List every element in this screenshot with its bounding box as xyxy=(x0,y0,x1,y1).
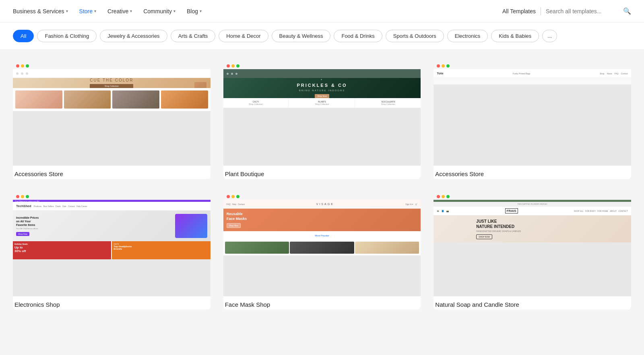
template-card-face-mask-shop[interactable]: FAQHelpContact VISAGE Sign In ▾🛒 Reusabl… xyxy=(223,192,421,310)
filter-btn-fashion---clothing[interactable]: Fashion & Clothing xyxy=(37,30,97,42)
template-card-accessories-store-1[interactable]: CUE THE COLOR Shop Collection Accessorie… xyxy=(13,61,211,179)
template-label: Accessories Store xyxy=(13,166,211,179)
filter-btn-beauty---wellness[interactable]: Beauty & Wellness xyxy=(272,30,331,42)
chevron-down-icon: ▾ xyxy=(173,9,175,13)
search-icon[interactable]: 🔍 xyxy=(623,7,631,15)
nav-item-blog[interactable]: Blog ▾ xyxy=(187,8,202,14)
nav-left: Business & Services ▾ Store ▾ Creative ▾… xyxy=(13,8,502,14)
nav-label-store: Store xyxy=(79,8,93,14)
nav-item-community[interactable]: Community ▾ xyxy=(143,8,175,14)
filter-btn-arts---crafts[interactable]: Arts & Crafts xyxy=(171,30,216,42)
all-templates-label: All Templates xyxy=(502,8,536,14)
filter-btn-food---drinks[interactable]: Food & Drinks xyxy=(334,30,382,42)
template-label: Plant Boutique xyxy=(223,166,421,179)
filter-more-button[interactable]: ... xyxy=(542,30,557,42)
template-card-accessories-store-2[interactable]: Tote Funky Printed Bags ShopAboutFAQCont… xyxy=(433,61,631,179)
template-label: Electronics Shop xyxy=(13,296,211,310)
filter-bar: AllFashion & ClothingJewelry & Accessori… xyxy=(0,23,644,50)
filter-btn-jewelry---accessories[interactable]: Jewelry & Accessories xyxy=(100,30,167,42)
filter-btn-kids---babies[interactable]: Kids & Babies xyxy=(491,30,539,42)
chevron-down-icon: ▾ xyxy=(94,9,96,13)
nav-label-business: Business & Services xyxy=(13,8,64,14)
filter-btn-sports---outdoors[interactable]: Sports & Outdoors xyxy=(386,30,444,42)
navbar: Business & Services ▾ Store ▾ Creative ▾… xyxy=(0,0,644,23)
template-card-electronics-shop[interactable]: Free Shipping for orders over $50 TechSh… xyxy=(13,192,211,310)
template-card-natural-soap[interactable]: FREE SHIPPING ON ORDER OVER $50 ☎📘📸 FRAI… xyxy=(433,192,631,310)
filter-btn-electronics[interactable]: Electronics xyxy=(447,30,488,42)
nav-item-creative[interactable]: Creative ▾ xyxy=(107,8,132,14)
templates-grid: CUE THE COLOR Shop Collection Accessorie… xyxy=(13,61,631,310)
filter-btn-all[interactable]: All xyxy=(13,30,34,42)
nav-label-blog: Blog xyxy=(187,8,198,14)
filter-btn-home---decor[interactable]: Home & Decor xyxy=(219,30,268,42)
nav-separator xyxy=(541,7,541,15)
nav-right: All Templates 🔍 xyxy=(502,7,631,15)
chevron-down-icon: ▾ xyxy=(200,9,202,13)
nav-label-creative: Creative xyxy=(107,8,128,14)
template-label: Natural Soap and Candle Store xyxy=(433,296,631,310)
nav-item-store[interactable]: Store ▾ xyxy=(79,8,96,14)
chevron-down-icon: ▾ xyxy=(66,9,68,13)
template-label: Face Mask Shop xyxy=(223,296,421,310)
search-input[interactable] xyxy=(546,8,618,14)
nav-label-community: Community xyxy=(143,8,172,14)
template-label: Accessories Store xyxy=(433,166,631,179)
nav-item-business[interactable]: Business & Services ▾ xyxy=(13,8,68,14)
template-card-plant-boutique[interactable]: ✦ PRICKLES & CO BRING NATURE INDOORS Sho… xyxy=(223,61,421,179)
chevron-down-icon: ▾ xyxy=(130,9,132,13)
main-content: CUE THE COLOR Shop Collection Accessorie… xyxy=(0,50,644,321)
